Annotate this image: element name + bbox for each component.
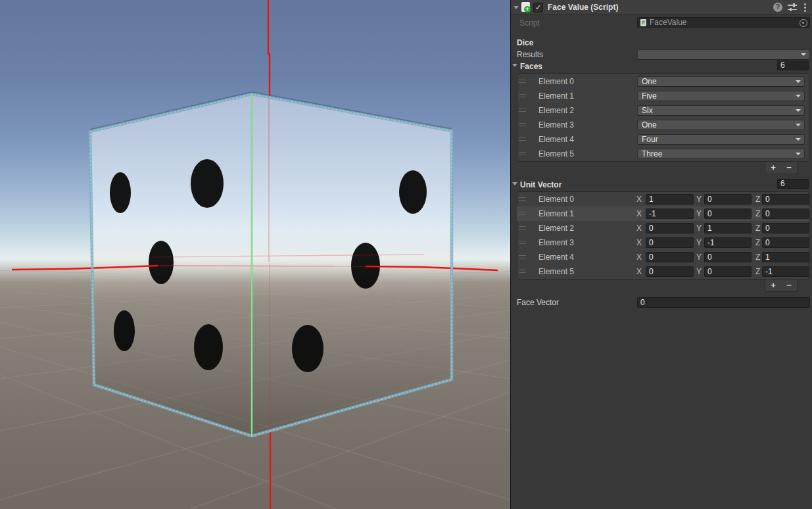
results-dropdown[interactable] <box>637 49 810 60</box>
z-value-field[interactable]: 0 <box>762 223 809 233</box>
faces-row-5: Element 5 Three <box>517 147 809 161</box>
scene-view[interactable] <box>0 0 510 509</box>
chevron-down-icon <box>796 153 801 155</box>
x-value-field[interactable]: 0 <box>646 252 694 262</box>
drag-handle-icon[interactable] <box>519 109 526 112</box>
component-header[interactable]: + ✓ Face Value (Script) ? <box>511 0 812 15</box>
dropdown-value: Four <box>642 135 658 144</box>
chevron-down-icon <box>796 109 801 112</box>
faces-list-footer: + − <box>765 162 798 174</box>
face-value-dropdown[interactable]: Six <box>637 105 805 116</box>
drag-handle-icon[interactable] <box>519 270 526 273</box>
z-axis-label: Z <box>755 223 760 233</box>
faces-row-1: Element 1 Five <box>517 89 809 103</box>
y-axis-label: Y <box>696 237 702 248</box>
dice-cube-faces[interactable] <box>90 94 452 436</box>
drag-handle-icon[interactable] <box>519 137 526 141</box>
help-icon[interactable]: ? <box>773 3 782 12</box>
drag-handle-icon[interactable] <box>519 80 526 83</box>
drag-handle-icon[interactable] <box>519 123 526 126</box>
results-label: Results <box>517 49 543 60</box>
y-axis-label: Y <box>696 252 702 262</box>
y-value-field[interactable]: 0 <box>704 252 752 262</box>
face-vector-label: Face Vector <box>517 297 559 308</box>
faces-foldout-icon[interactable] <box>512 64 517 67</box>
drag-handle-icon[interactable] <box>519 241 526 244</box>
faces-row-2: Element 2 Six <box>517 103 809 118</box>
face-value-dropdown[interactable]: Four <box>637 134 805 145</box>
dropdown-value: One <box>642 77 657 86</box>
kebab-menu-icon[interactable] <box>803 3 806 12</box>
x-value-field[interactable]: 0 <box>646 266 694 277</box>
x-axis-label: X <box>636 266 642 277</box>
faces-row-3: Element 3 One <box>517 118 809 132</box>
unit-vector-row-0: Element 0 X 1 Y 0 Z 0 <box>517 192 809 206</box>
element-label: Element 4 <box>538 134 574 145</box>
drag-handle-icon[interactable] <box>519 212 526 215</box>
chevron-down-icon <box>796 124 801 126</box>
add-element-button[interactable]: + <box>765 279 781 291</box>
y-value-field[interactable]: 1 <box>704 223 752 233</box>
face-value-dropdown[interactable]: One <box>637 120 805 130</box>
y-value-field[interactable]: -1 <box>704 237 752 248</box>
z-axis-label: Z <box>755 237 760 248</box>
z-axis-label: Z <box>755 252 760 262</box>
z-value-field[interactable]: -1 <box>762 266 809 277</box>
z-axis-label: Z <box>755 208 760 219</box>
faces-row-0: Element 0 One <box>517 74 809 89</box>
drag-handle-icon[interactable] <box>519 197 526 201</box>
x-value-field[interactable]: 1 <box>646 194 694 205</box>
y-axis-label: Y <box>696 266 702 277</box>
element-label: Element 5 <box>538 266 574 277</box>
y-value-field[interactable]: 0 <box>704 266 752 277</box>
x-value-field[interactable]: -1 <box>646 208 694 219</box>
x-axis-label: X <box>636 208 642 219</box>
z-axis-label: Z <box>755 266 760 277</box>
y-axis-label: Y <box>696 223 702 233</box>
element-label: Element 1 <box>538 91 574 101</box>
z-value-field[interactable]: 1 <box>762 252 809 262</box>
script-object-field[interactable]: # FaceValue <box>637 17 810 28</box>
dice-section-label: Dice <box>517 37 533 48</box>
presets-icon[interactable] <box>788 3 797 11</box>
drag-handle-icon[interactable] <box>519 255 526 258</box>
script-value: FaceValue <box>650 18 686 27</box>
chevron-down-icon <box>796 95 801 97</box>
face-value-dropdown[interactable]: Five <box>637 91 805 101</box>
x-value-field[interactable]: 0 <box>646 223 694 233</box>
remove-element-button[interactable]: − <box>781 279 797 291</box>
script-badge-plus-icon: + <box>524 6 531 12</box>
foldout-arrow-icon[interactable] <box>513 6 519 9</box>
drag-handle-icon[interactable] <box>519 152 526 155</box>
y-value-field[interactable]: 0 <box>704 194 752 205</box>
drag-handle-icon[interactable] <box>519 226 526 230</box>
unit-vector-row-1: Element 1 X -1 Y 0 Z 0 <box>517 206 809 221</box>
faces-count-field[interactable]: 6 <box>777 61 809 70</box>
z-value-field[interactable]: 0 <box>762 237 809 248</box>
unit-vector-list-footer: + − <box>765 279 798 292</box>
element-label: Element 0 <box>538 76 574 87</box>
z-value-field[interactable]: 0 <box>762 194 809 205</box>
unit-vector-count-field[interactable]: 6 <box>777 179 809 189</box>
x-axis-label: X <box>636 237 642 248</box>
chevron-down-icon <box>796 80 801 83</box>
component-enabled-checkbox[interactable]: ✓ <box>533 3 543 12</box>
scene-canvas[interactable] <box>0 0 510 509</box>
element-label: Element 1 <box>538 208 574 219</box>
unit-vector-row-4: Element 4 X 0 Y 0 Z 1 <box>517 250 809 264</box>
chevron-down-icon <box>801 53 806 56</box>
drag-handle-icon[interactable] <box>519 94 526 97</box>
face-value-dropdown[interactable]: One <box>637 76 805 87</box>
add-element-button[interactable]: + <box>765 162 781 174</box>
unit-vector-foldout-icon[interactable] <box>512 182 517 185</box>
y-axis-label: Y <box>696 194 702 205</box>
z-value-field[interactable]: 0 <box>762 208 809 219</box>
object-picker-icon[interactable] <box>800 19 807 27</box>
unity-editor-window: + ✓ Face Value (Script) ? Script # FaceV… <box>0 0 812 509</box>
face-value-dropdown[interactable]: Three <box>637 149 805 159</box>
y-value-field[interactable]: 0 <box>704 208 752 219</box>
x-value-field[interactable]: 0 <box>646 237 694 248</box>
csharp-script-icon: # <box>640 19 646 26</box>
face-vector-field[interactable]: 0 <box>637 297 810 308</box>
remove-element-button[interactable]: − <box>781 162 797 174</box>
